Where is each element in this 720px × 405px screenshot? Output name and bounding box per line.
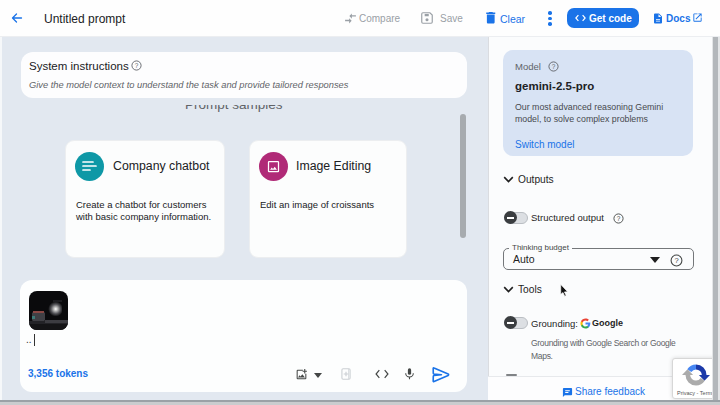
svg-text:?: ? (674, 256, 678, 265)
svg-text:?: ? (617, 214, 621, 221)
svg-text:?: ? (135, 62, 139, 69)
svg-text:?: ? (552, 63, 556, 70)
